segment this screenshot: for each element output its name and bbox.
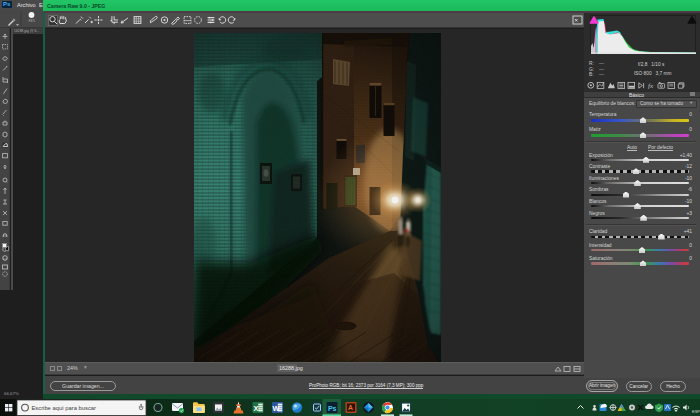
svg-text:RES.: RES. xyxy=(29,19,36,23)
svg-text:X: X xyxy=(254,404,259,413)
svg-text:A: A xyxy=(348,404,353,411)
svg-text:fx: fx xyxy=(648,82,654,90)
svg-text:Ps: Ps xyxy=(328,405,337,412)
svg-text:ESP: ESP xyxy=(692,409,700,414)
svg-text:W: W xyxy=(273,404,280,413)
svg-text:Escribe aquí para buscar: Escribe aquí para buscar xyxy=(32,405,97,411)
